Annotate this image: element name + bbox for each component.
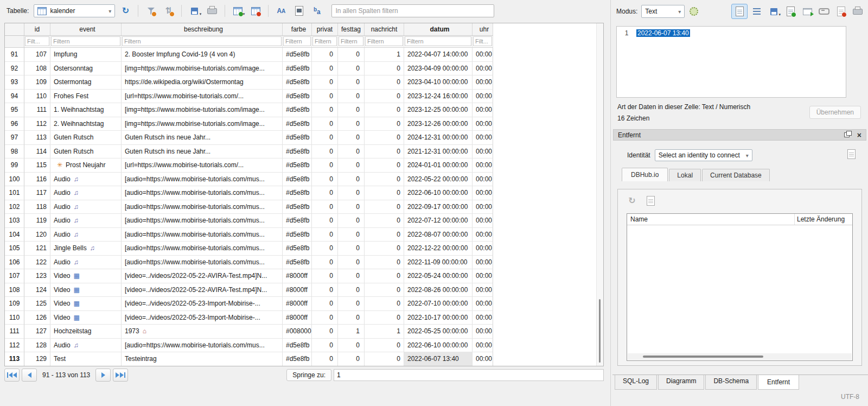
cell-festtag[interactable]: 0 xyxy=(338,158,365,173)
cell-uhr[interactable]: 00:00 xyxy=(473,228,493,242)
cell-farbe[interactable]: #d5e8fb xyxy=(283,214,312,228)
cell-beschreibung[interactable]: 2. Booster Impfung Covid-19 (4 von 4) xyxy=(122,48,283,62)
remote-refresh-button[interactable]: ↻ xyxy=(624,194,640,208)
cell-event[interactable]: Hochzeitstag xyxy=(50,325,122,339)
column-header-festtag[interactable]: festtag xyxy=(338,23,365,36)
cell-beschreibung[interactable]: [audio=https://www.mobirise-tutorials.co… xyxy=(122,228,283,242)
cell-uhr[interactable]: 00:00 xyxy=(473,214,493,228)
cell-privat[interactable]: 0 xyxy=(312,311,338,325)
remote-tab-dbhub-io[interactable]: DBHub.io xyxy=(622,168,668,181)
cell-festtag[interactable]: 0 xyxy=(338,90,365,104)
replace-button[interactable]: ba xyxy=(309,4,324,18)
cell-beschreibung[interactable]: [audio=https://www.mobirise-tutorials.co… xyxy=(122,339,283,353)
delete-record-button[interactable] xyxy=(248,4,263,18)
cell-farbe[interactable]: #8000ff xyxy=(283,283,312,297)
row-number[interactable]: 94 xyxy=(5,90,24,104)
row-number[interactable]: 98 xyxy=(5,145,24,159)
cell-uhr[interactable]: 00:00 xyxy=(473,75,493,90)
cell-event[interactable]: ✳Prost Neujahr xyxy=(50,158,122,173)
dock-tab-entfernt[interactable]: Entfernt xyxy=(758,375,799,390)
cell-festtag[interactable]: 0 xyxy=(338,62,365,76)
filter-input-nachricht[interactable] xyxy=(365,36,403,46)
cell-farbe[interactable]: #008000 xyxy=(283,325,312,339)
table-row[interactable]: 100116Audio♫[audio=https://www.mobirise-… xyxy=(5,173,603,187)
cell-id[interactable]: 120 xyxy=(24,228,50,242)
filter-input-beschreibung[interactable] xyxy=(122,36,282,46)
cell-datum[interactable]: 2022-04-07 14:00:00 xyxy=(404,48,473,62)
dock-tab-db-schema[interactable]: DB-Schema xyxy=(705,375,757,390)
cell-nachricht[interactable]: 0 xyxy=(365,145,404,159)
cell-id[interactable]: 111 xyxy=(24,103,50,117)
cell-festtag[interactable]: 0 xyxy=(338,145,365,159)
cell-beschreibung[interactable]: [video=../videos/2022-05-22-AVIRA-Test.m… xyxy=(122,269,283,283)
cell-uhr[interactable]: 00:00 xyxy=(473,200,493,214)
cell-beschreibung[interactable]: Guten Rutsch ins neue Jahr... xyxy=(122,131,283,145)
table-row[interactable]: 112128Audio♫[audio=https://www.mobirise-… xyxy=(5,339,603,353)
float-icon[interactable] xyxy=(844,132,850,137)
column-header-id[interactable]: id xyxy=(24,23,50,36)
vertical-scrollbar[interactable] xyxy=(596,23,603,366)
filter-all-columns-input[interactable] xyxy=(331,4,494,17)
cell-nachricht[interactable]: 0 xyxy=(365,75,404,90)
cell-event[interactable]: Video▦ xyxy=(50,311,122,325)
row-number[interactable]: 97 xyxy=(5,131,24,145)
cell-nachricht[interactable]: 0 xyxy=(365,90,404,104)
cell-datum[interactable]: 2022-06-10 00:00:00 xyxy=(404,339,473,353)
cell-beschreibung[interactable]: [audio=https://www.mobirise-tutorials.co… xyxy=(122,186,283,200)
scrollbar-thumb[interactable] xyxy=(643,356,763,358)
cell-datum[interactable]: 2022-12-22 00:00:00 xyxy=(404,242,473,256)
cell-datum[interactable]: 2023-12-25 00:00:00 xyxy=(404,103,473,117)
cell-beschreibung[interactable]: Guten Rutsch ins neue Jahr... xyxy=(122,145,283,159)
cell-festtag[interactable]: 0 xyxy=(338,256,365,270)
cell-privat[interactable]: 0 xyxy=(312,173,338,187)
cell-datum[interactable]: 2024-01-01 00:00:00 xyxy=(404,158,473,173)
cell-beschreibung[interactable]: [audio=https://www.mobirise-tutorials.co… xyxy=(122,173,283,187)
cell-nachricht[interactable]: 0 xyxy=(365,173,404,187)
table-row[interactable]: 108124Video▦[video=../videos/2022-05-22-… xyxy=(5,283,603,297)
column-header-event[interactable]: event xyxy=(50,23,122,36)
cell-id[interactable]: 119 xyxy=(24,214,50,228)
cell-editor[interactable]: 1 2022-06-07 13:40 xyxy=(616,26,846,98)
cell-festtag[interactable]: 0 xyxy=(338,311,365,325)
cell-nachricht[interactable]: 1 xyxy=(365,325,404,339)
table-row[interactable]: 92108Ostersonntag[img=https://www.mobiri… xyxy=(5,62,603,76)
cell-privat[interactable]: 0 xyxy=(312,256,338,270)
remote-tab-current-database[interactable]: Current Database xyxy=(702,169,770,181)
cell-nachricht[interactable]: 0 xyxy=(365,228,404,242)
row-number[interactable]: 101 xyxy=(5,186,24,200)
goto-record-button[interactable]: Springe zu: xyxy=(286,369,331,381)
apply-button[interactable]: Übernehmen xyxy=(809,106,861,119)
cell-datum[interactable]: 2022-05-24 00:00:00 xyxy=(404,269,473,283)
cell-uhr[interactable]: 00:00 xyxy=(473,48,493,62)
cell-festtag[interactable]: 0 xyxy=(338,352,365,366)
row-number[interactable]: 111 xyxy=(5,325,24,339)
cell-event[interactable]: Guten Rutsch xyxy=(50,145,122,159)
cell-event[interactable]: Audio♫ xyxy=(50,214,122,228)
cell-nachricht[interactable]: 0 xyxy=(365,117,404,131)
filter-input-uhr[interactable] xyxy=(473,36,492,46)
cell-event[interactable]: Video▦ xyxy=(50,269,122,283)
cell-uhr[interactable]: 00:00 xyxy=(473,283,493,297)
cell-privat[interactable]: 0 xyxy=(312,269,338,283)
cell-uhr[interactable]: 00:00 xyxy=(473,256,493,270)
dock-tab-diagramm[interactable]: Diagramm xyxy=(658,375,704,390)
open-external-button[interactable] xyxy=(800,4,815,18)
cell-event[interactable]: Audio♫ xyxy=(50,173,122,187)
close-icon[interactable]: × xyxy=(857,131,861,139)
table-row[interactable]: 961122. Weihnachtstag[img=https://www.mo… xyxy=(5,117,603,131)
cell-event[interactable]: 2. Weihnachtstag xyxy=(50,117,122,131)
cell-uhr[interactable]: 00:00 xyxy=(473,145,493,159)
cell-farbe[interactable]: #d5e8fb xyxy=(283,117,312,131)
filter-input-datum[interactable] xyxy=(405,36,471,46)
cell-uhr[interactable]: 00:00 xyxy=(473,242,493,256)
table-row[interactable]: 110126Video▦[video=../videos/2022-05-23-… xyxy=(5,311,603,325)
cell-datum[interactable]: 2022-08-26 00:00:00 xyxy=(404,283,473,297)
cell-uhr[interactable]: 00:00 xyxy=(473,103,493,117)
previous-page-button[interactable] xyxy=(22,369,37,382)
cell-farbe[interactable]: #d5e8fb xyxy=(283,103,312,117)
cell-privat[interactable]: 0 xyxy=(312,117,338,131)
dock-tab-sql-log[interactable]: SQL-Log xyxy=(615,375,657,390)
cell-nachricht[interactable]: 0 xyxy=(365,186,404,200)
cell-farbe[interactable]: #d5e8fb xyxy=(283,48,312,62)
cell-datum[interactable]: 2024-12-31 00:00:00 xyxy=(404,131,473,145)
